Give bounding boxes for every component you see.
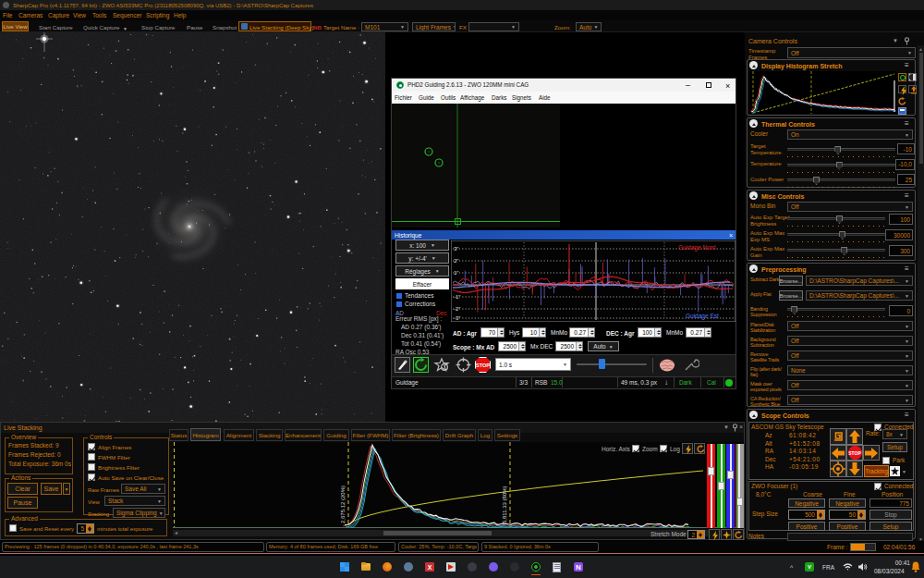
svg-text:5,811.33 (80%): 5,811.33 (80%) — [502, 486, 507, 523]
svg-text:Guidage Est: Guidage Est — [686, 313, 719, 320]
svg-text:2,675.12 (20%): 2,675.12 (20%) — [340, 486, 346, 523]
svg-text:-1": -1" — [454, 294, 460, 300]
svg-text:Guidage Nord: Guidage Nord — [678, 244, 716, 252]
svg-text:1": 1" — [454, 270, 458, 276]
svg-text:-3": -3" — [454, 315, 460, 321]
svg-text:-2": -2" — [454, 306, 460, 312]
svg-text:2": 2" — [454, 258, 458, 264]
svg-text:3": 3" — [454, 246, 458, 252]
